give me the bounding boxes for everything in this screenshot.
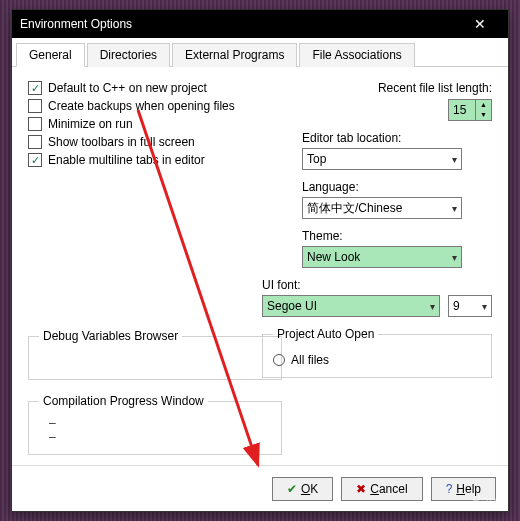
- chevron-down-icon: ▾: [430, 301, 435, 312]
- recent-length-spinner[interactable]: 15 ▲▼: [448, 99, 492, 121]
- checkbox-label: Default to C++ on new project: [48, 81, 207, 95]
- select-value: Segoe UI: [267, 299, 317, 313]
- button-label: Cancel: [370, 482, 407, 496]
- group-debug-variables: Debug Variables Browser: [28, 329, 282, 380]
- check-icon: [28, 135, 42, 149]
- ui-font-select[interactable]: Segoe UI ▾: [262, 295, 440, 317]
- list-item: –: [49, 416, 271, 430]
- checkbox-label: Show toolbars in full screen: [48, 135, 195, 149]
- spinner-value: 15: [453, 103, 466, 117]
- check-icon: [28, 117, 42, 131]
- close-icon[interactable]: ✕: [460, 16, 500, 32]
- radio-label: All files: [291, 353, 329, 367]
- checkbox-minimize-on-run[interactable]: Minimize on run: [28, 117, 282, 131]
- checkbox-label: Create backups when opening files: [48, 99, 235, 113]
- theme-select[interactable]: New Look ▾: [302, 246, 462, 268]
- group-label: Project Auto Open: [273, 327, 378, 341]
- radio-all-files[interactable]: All files: [273, 353, 481, 367]
- label-editor-tab-location: Editor tab location:: [302, 131, 492, 145]
- help-button[interactable]: ? Help: [431, 477, 496, 501]
- label-recent-length: Recent file list length:: [378, 81, 492, 95]
- radio-icon: [273, 354, 285, 366]
- chevron-down-icon: ▾: [452, 154, 457, 165]
- environment-options-dialog: Environment Options ✕ General Directorie…: [11, 9, 509, 512]
- checkbox-create-backups[interactable]: Create backups when opening files: [28, 99, 282, 113]
- list-item: –: [49, 430, 271, 444]
- label-ui-font: UI font:: [262, 278, 492, 292]
- tab-body: ✓ Default to C++ on new project Create b…: [12, 67, 508, 465]
- editor-tab-location-select[interactable]: Top ▾: [302, 148, 462, 170]
- cancel-button[interactable]: ✖ Cancel: [341, 477, 422, 501]
- label-theme: Theme:: [302, 229, 492, 243]
- titlebar: Environment Options ✕: [12, 10, 508, 38]
- select-value: 9: [453, 299, 460, 313]
- ok-button[interactable]: ✔ OK: [272, 477, 333, 501]
- tabstrip: General Directories External Programs Fi…: [12, 38, 508, 67]
- chevron-down-icon: ▾: [452, 203, 457, 214]
- tab-external-programs[interactable]: External Programs: [172, 43, 297, 67]
- group-label: Compilation Progress Window: [39, 394, 208, 408]
- checkbox-label: Enable multiline tabs in editor: [48, 153, 205, 167]
- chevron-down-icon: ▾: [482, 301, 487, 312]
- tab-directories[interactable]: Directories: [87, 43, 170, 67]
- select-value: Top: [307, 152, 326, 166]
- window-title: Environment Options: [20, 17, 460, 31]
- button-label: Help: [456, 482, 481, 496]
- check-icon: [28, 99, 42, 113]
- button-label: OK: [301, 482, 318, 496]
- dialog-footer: ✔ OK ✖ Cancel ? Help: [12, 465, 508, 511]
- language-select[interactable]: 简体中文/Chinese ▾: [302, 197, 462, 219]
- font-size-select[interactable]: 9 ▾: [448, 295, 492, 317]
- chevron-down-icon: ▾: [452, 252, 457, 263]
- group-project-auto-open: Project Auto Open All files: [262, 327, 492, 378]
- group-label: Debug Variables Browser: [39, 329, 182, 343]
- help-icon: ?: [446, 482, 453, 496]
- tab-general[interactable]: General: [16, 43, 85, 67]
- spinner-arrows-icon[interactable]: ▲▼: [475, 100, 491, 120]
- select-value: 简体中文/Chinese: [307, 200, 402, 217]
- checkbox-show-toolbars[interactable]: Show toolbars in full screen: [28, 135, 282, 149]
- cross-icon: ✖: [356, 482, 366, 496]
- checkbox-multiline-tabs[interactable]: ✓ Enable multiline tabs in editor: [28, 153, 282, 167]
- checkbox-label: Minimize on run: [48, 117, 133, 131]
- group-compilation-progress: Compilation Progress Window – –: [28, 394, 282, 455]
- check-icon: ✓: [28, 153, 42, 167]
- checkbox-default-cpp[interactable]: ✓ Default to C++ on new project: [28, 81, 282, 95]
- check-icon: ✓: [28, 81, 42, 95]
- tab-file-associations[interactable]: File Associations: [299, 43, 414, 67]
- select-value: New Look: [307, 250, 360, 264]
- check-icon: ✔: [287, 482, 297, 496]
- label-language: Language:: [302, 180, 492, 194]
